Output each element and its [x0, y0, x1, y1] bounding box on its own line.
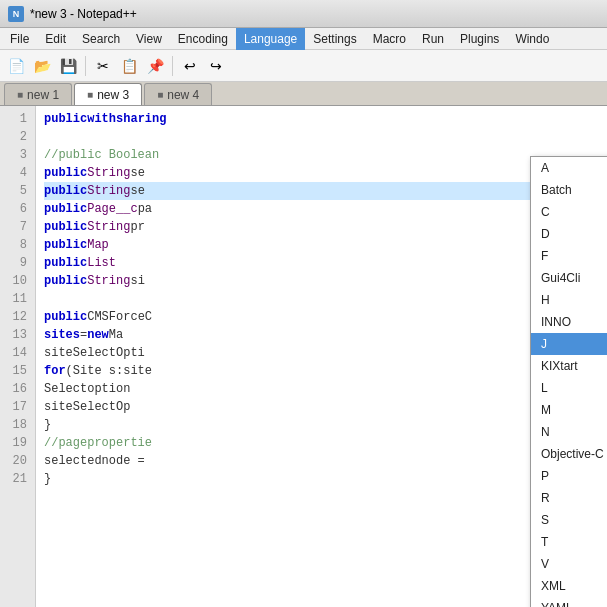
code-line: //public Boolean — [44, 146, 599, 164]
title-bar: N *new 3 - Notepad++ — [0, 0, 607, 28]
line-number: 7 — [8, 218, 27, 236]
code-area[interactable]: public with sharing //public Boolean pub… — [36, 106, 607, 607]
line-number: 11 — [8, 290, 27, 308]
tabs-bar: ■new 1■new 3■new 4 — [0, 82, 607, 106]
save-btn[interactable]: 💾 — [56, 54, 80, 78]
line-number: 18 — [8, 416, 27, 434]
menu-item-settings[interactable]: Settings — [305, 28, 364, 50]
line-number: 1 — [8, 110, 27, 128]
code-line: } — [44, 470, 599, 488]
line-number: 19 — [8, 434, 27, 452]
line-number: 10 — [8, 272, 27, 290]
menu-item-windo[interactable]: Windo — [507, 28, 557, 50]
code-line: } — [44, 416, 599, 434]
line-number: 16 — [8, 380, 27, 398]
line-number: 2 — [8, 128, 27, 146]
menu-item-language[interactable]: Language — [236, 28, 305, 50]
code-line: selectednode = — [44, 452, 599, 470]
tab-icon: ■ — [87, 89, 93, 100]
line-number: 3 — [8, 146, 27, 164]
menu-item-encoding[interactable]: Encoding — [170, 28, 236, 50]
line-number: 17 — [8, 398, 27, 416]
redo-btn[interactable]: ↪ — [204, 54, 228, 78]
menu-item-edit[interactable]: Edit — [37, 28, 74, 50]
code-line: for(Site s:site — [44, 362, 599, 380]
line-number: 21 — [8, 470, 27, 488]
title-text: *new 3 - Notepad++ — [30, 7, 137, 21]
tab-icon: ■ — [17, 89, 23, 100]
menu-item-macro[interactable]: Macro — [365, 28, 414, 50]
tab-new1[interactable]: ■new 1 — [4, 83, 72, 105]
code-line — [44, 128, 599, 146]
app-icon: N — [8, 6, 24, 22]
toolbar-sep-2 — [172, 56, 173, 76]
code-line: public String pr — [44, 218, 599, 236]
tab-icon: ■ — [157, 89, 163, 100]
code-line: public CMSForceC — [44, 308, 599, 326]
code-line: siteSelectOp — [44, 398, 599, 416]
menu-item-file[interactable]: File — [2, 28, 37, 50]
toolbar-sep-1 — [85, 56, 86, 76]
code-line — [44, 290, 599, 308]
code-line: public String si — [44, 272, 599, 290]
code-line: public List — [44, 254, 599, 272]
cut-btn[interactable]: ✂ — [91, 54, 115, 78]
line-numbers: 123456789101112131415161718192021 — [0, 106, 36, 607]
line-number: 12 — [8, 308, 27, 326]
code-line: public Page__c pa — [44, 200, 599, 218]
menu-item-plugins[interactable]: Plugins — [452, 28, 507, 50]
line-number: 15 — [8, 362, 27, 380]
code-line: Selectoption — [44, 380, 599, 398]
line-number: 9 — [8, 254, 27, 272]
line-number: 8 — [8, 236, 27, 254]
code-line: //pagepropertie — [44, 434, 599, 452]
tab-new3[interactable]: ■new 3 — [74, 83, 142, 105]
menu-item-view[interactable]: View — [128, 28, 170, 50]
open-btn[interactable]: 📂 — [30, 54, 54, 78]
menu-bar: FileEditSearchViewEncodingLanguageSettin… — [0, 28, 607, 50]
code-line: public with sharing — [44, 110, 599, 128]
tab-new4[interactable]: ■new 4 — [144, 83, 212, 105]
code-line: siteSelectOpti — [44, 344, 599, 362]
new-btn[interactable]: 📄 — [4, 54, 28, 78]
code-line: public String se — [44, 164, 599, 182]
menu-item-search[interactable]: Search — [74, 28, 128, 50]
copy-btn[interactable]: 📋 — [117, 54, 141, 78]
code-line: public Map — [44, 236, 599, 254]
undo-btn[interactable]: ↩ — [178, 54, 202, 78]
menu-item-run[interactable]: Run — [414, 28, 452, 50]
toolbar: 📄 📂 💾 ✂ 📋 📌 ↩ ↪ — [0, 50, 607, 82]
line-number: 20 — [8, 452, 27, 470]
line-number: 5 — [8, 182, 27, 200]
paste-btn[interactable]: 📌 — [143, 54, 167, 78]
line-number: 13 — [8, 326, 27, 344]
code-line: public String se — [44, 182, 599, 200]
line-number: 4 — [8, 164, 27, 182]
editor-container: 123456789101112131415161718192021 public… — [0, 106, 607, 607]
line-number: 6 — [8, 200, 27, 218]
code-line: sites = new Ma — [44, 326, 599, 344]
line-number: 14 — [8, 344, 27, 362]
